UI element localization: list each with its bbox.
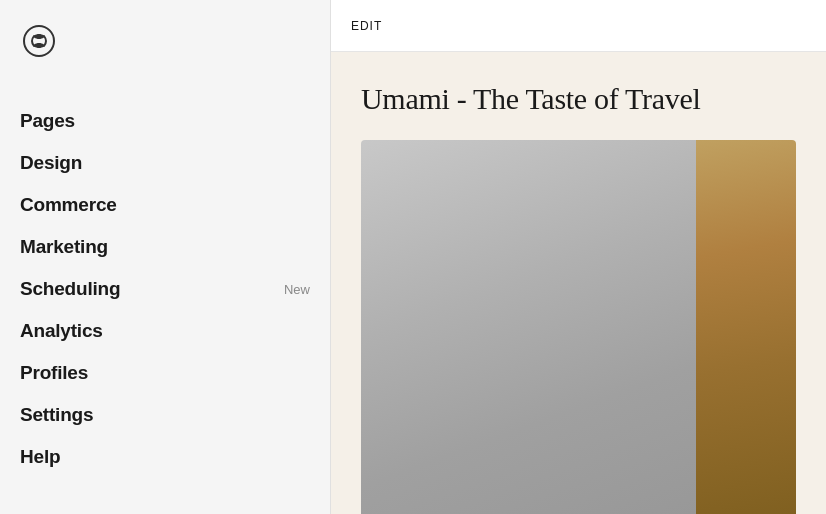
image-left-section [361,140,696,514]
sidebar-item-settings[interactable]: Settings [0,394,330,436]
sidebar-item-analytics[interactable]: Analytics [0,310,330,352]
sidebar-item-design[interactable]: Design [0,142,330,184]
sidebar-item-label-help: Help [20,446,60,468]
sidebar-item-label-marketing: Marketing [20,236,108,258]
sidebar-item-label-settings: Settings [20,404,93,426]
page-content: Umami - The Taste of Travel [331,52,826,514]
sidebar-item-label-design: Design [20,152,82,174]
sidebar-navigation: Pages Design Commerce Marketing Scheduli… [0,80,330,514]
image-right-section [696,140,796,514]
sidebar-item-scheduling[interactable]: Scheduling New [0,268,330,310]
logo-area[interactable] [0,0,330,80]
sidebar-item-marketing[interactable]: Marketing [0,226,330,268]
scheduling-new-badge: New [284,282,310,297]
sidebar: Pages Design Commerce Marketing Scheduli… [0,0,330,514]
toolbar: EDIT [331,0,826,52]
main-panel: EDIT Umami - The Taste of Travel [330,0,826,514]
sidebar-item-commerce[interactable]: Commerce [0,184,330,226]
squarespace-logo [20,22,58,60]
page-title: Umami - The Taste of Travel [361,82,796,116]
sidebar-item-help[interactable]: Help [0,436,330,478]
sidebar-item-label-pages: Pages [20,110,75,132]
sidebar-item-profiles[interactable]: Profiles [0,352,330,394]
sidebar-item-label-profiles: Profiles [20,362,88,384]
sidebar-item-label-commerce: Commerce [20,194,117,216]
sidebar-item-pages[interactable]: Pages [0,100,330,142]
sidebar-item-label-scheduling: Scheduling [20,278,120,300]
edit-label: EDIT [351,19,382,33]
sidebar-item-label-analytics: Analytics [20,320,103,342]
content-image [361,140,796,514]
image-placeholder [361,140,796,514]
